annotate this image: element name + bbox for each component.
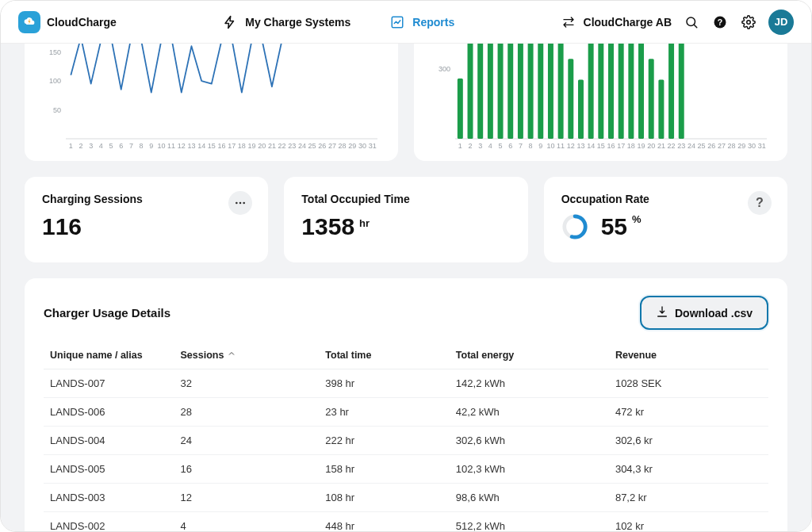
bolt-icon [221,13,239,31]
svg-rect-93 [649,59,654,139]
svg-text:20: 20 [258,142,266,150]
svg-text:26: 26 [318,142,326,150]
svg-rect-95 [668,44,674,139]
nav-right: CloudCharge AB ? JD [560,10,794,35]
col-sessions[interactable]: Sessions [174,341,320,369]
stat-value: 116 [42,213,82,240]
svg-text:8: 8 [140,142,144,150]
cell-revenue: 102 kr [609,512,768,532]
svg-text:27: 27 [718,142,726,150]
cell-total_energy: 142,2 kWh [450,369,609,398]
cell-total_energy: 102,3 kWh [450,455,609,484]
svg-text:25: 25 [308,142,316,150]
svg-rect-75 [468,44,473,139]
help-icon[interactable]: ? [711,13,729,31]
download-csv-button[interactable]: Download .csv [640,296,768,330]
download-label: Download .csv [675,307,753,320]
cell-total_time: 23 hr [319,398,450,427]
cell-name: LANDS-002 [44,512,174,532]
col-total-energy[interactable]: Total energy [450,341,609,369]
stat-unit: hr [359,217,370,229]
svg-text:16: 16 [607,142,615,150]
svg-text:9: 9 [149,142,153,150]
svg-rect-74 [458,78,463,139]
svg-rect-80 [518,44,523,139]
cell-sessions: 4 [174,512,320,532]
svg-text:22: 22 [278,142,286,150]
table-row[interactable]: LANDS-00732398 hr142,2 kWh1028 SEK [44,369,768,398]
svg-text:31: 31 [758,142,766,150]
table-row[interactable]: LANDS-00312108 hr98,6 kWh87,2 kr [44,484,768,512]
stat-title: Charging Sessions [42,193,251,205]
svg-rect-94 [658,80,664,139]
cell-revenue: 1028 SEK [609,369,768,398]
svg-text:8: 8 [529,142,533,150]
svg-text:17: 17 [617,142,625,150]
stat-charging-sessions: Charging Sessions 116 [25,177,268,262]
svg-text:10: 10 [157,142,165,150]
svg-text:28: 28 [728,142,736,150]
avatar[interactable]: JD [768,10,794,35]
table-row[interactable]: LANDS-0024448 hr512,2 kWh102 kr [44,512,768,532]
stat-value: 1358 [301,213,354,240]
avatar-initials: JD [775,16,788,28]
stat-title: Total Occupied Time [301,193,510,205]
cell-revenue: 472 kr [609,398,768,427]
help-button[interactable]: ? [748,191,772,215]
svg-text:100: 100 [49,77,61,85]
cell-total_energy: 302,6 kWh [450,427,609,455]
svg-text:15: 15 [208,142,216,150]
table-row[interactable]: LANDS-0062823 hr42,2 kWh472 kr [44,398,768,427]
svg-text:12: 12 [178,142,186,150]
svg-text:27: 27 [328,142,336,150]
svg-point-4 [747,20,751,24]
line-chart: 5010015012345678910111213141516171819202… [40,44,382,153]
svg-rect-96 [679,44,684,139]
cell-total_energy: 512,2 kWh [450,512,609,532]
col-revenue[interactable]: Revenue [609,341,768,369]
cell-name: LANDS-006 [44,398,174,427]
nav-my-charge-systems[interactable]: My Charge Systems [218,9,354,36]
svg-text:12: 12 [567,142,575,150]
svg-rect-81 [528,44,534,139]
cell-revenue: 304,3 kr [609,455,768,484]
search-icon[interactable] [683,13,700,31]
brand[interactable]: CloudCharge [18,11,117,33]
svg-text:28: 28 [339,142,347,150]
svg-rect-78 [498,44,504,139]
svg-rect-89 [608,44,614,139]
svg-point-97 [236,202,238,205]
cell-total_time: 398 hr [319,369,450,398]
cell-total_time: 158 hr [319,455,450,484]
bar-chart: 3004501234567891011121314151617181920212… [430,44,772,153]
table-row[interactable]: LANDS-00516158 hr102,3 kWh304,3 kr [44,455,768,484]
svg-text:23: 23 [288,142,296,150]
nav-reports[interactable]: Reports [385,9,458,36]
svg-text:3: 3 [478,142,482,150]
cell-total_time: 108 hr [319,484,450,512]
svg-text:30: 30 [748,142,756,150]
svg-rect-84 [558,44,564,139]
table-row[interactable]: LANDS-00424222 hr302,6 kWh302,6 kr [44,427,768,455]
org-name: CloudCharge AB [584,16,672,29]
cell-sessions: 16 [174,455,320,484]
svg-text:14: 14 [587,142,595,150]
stats-row: Charging Sessions 116 Total Occupied Tim… [25,177,787,262]
svg-text:23: 23 [677,142,685,150]
svg-text:20: 20 [647,142,655,150]
col-name[interactable]: Unique name / alias [44,341,174,369]
svg-text:50: 50 [53,106,61,114]
gear-icon[interactable] [740,13,757,31]
org-switcher[interactable]: CloudCharge AB [560,13,672,31]
svg-text:4: 4 [99,142,103,150]
usage-table: Unique name / alias Sessions Total time … [44,341,768,531]
svg-text:19: 19 [248,142,256,150]
donut-icon [561,213,588,240]
svg-text:5: 5 [499,142,503,150]
more-button[interactable] [228,191,252,215]
svg-text:2: 2 [79,142,83,150]
stat-total-occupied-time: Total Occupied Time 1358 hr [284,177,527,262]
svg-rect-87 [588,44,594,139]
svg-text:17: 17 [228,142,236,150]
col-total-time[interactable]: Total time [319,341,450,369]
